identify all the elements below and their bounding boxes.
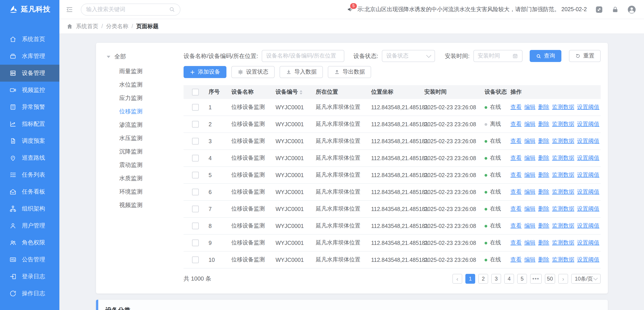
op-link-1[interactable]: 编辑 (524, 137, 536, 145)
page-button-5[interactable]: 5 (517, 274, 527, 284)
last-page-button[interactable]: 50 (545, 274, 555, 284)
op-link-2[interactable]: 删除 (538, 239, 549, 247)
op-link-4[interactable]: 设置阈值 (577, 154, 599, 162)
op-link-0[interactable]: 查看 (510, 222, 522, 230)
op-link-4[interactable]: 设置阈值 (577, 104, 599, 111)
add-device-button[interactable]: 添加设备 (184, 66, 226, 78)
tree-node-9[interactable]: 环境监测 (107, 185, 177, 198)
sidebar-item-10[interactable]: 组织架构 (0, 200, 60, 217)
op-link-3[interactable]: 监测数据 (552, 171, 574, 179)
query-button[interactable]: 查询 (530, 50, 562, 62)
op-link-4[interactable]: 设置阈值 (577, 239, 599, 247)
op-link-4[interactable]: 设置阈值 (577, 188, 599, 196)
search-icon[interactable] (169, 6, 175, 12)
sidebar-item-11[interactable]: 用户管理 (0, 217, 60, 234)
global-search-input[interactable]: 输入搜索关键词 (81, 3, 180, 15)
op-link-2[interactable]: 删除 (538, 104, 549, 111)
op-link-3[interactable]: 监测数据 (552, 239, 574, 247)
page-size-select[interactable]: 10条/页 (571, 274, 601, 284)
op-link-0[interactable]: 查看 (510, 121, 522, 128)
tree-node-6[interactable]: 沉降监测 (107, 145, 177, 158)
row-checkbox[interactable] (192, 206, 199, 212)
op-link-1[interactable]: 编辑 (524, 256, 536, 264)
op-link-3[interactable]: 监测数据 (552, 188, 574, 196)
op-link-3[interactable]: 监测数据 (552, 154, 574, 162)
op-link-2[interactable]: 删除 (538, 205, 549, 213)
op-link-2[interactable]: 删除 (538, 154, 549, 162)
tree-node-8[interactable]: 水质监测 (107, 172, 177, 185)
set-status-button[interactable]: 设置状态 (231, 66, 275, 78)
tree-node-2[interactable]: 应力监测 (107, 91, 177, 105)
op-link-4[interactable]: 设置阈值 (577, 256, 599, 264)
op-link-3[interactable]: 监测数据 (552, 137, 574, 145)
op-link-1[interactable]: 编辑 (524, 154, 536, 162)
sidebar-item-5[interactable]: 指标配置 (0, 116, 60, 133)
home-icon[interactable] (66, 23, 73, 29)
op-link-2[interactable]: 删除 (538, 188, 549, 196)
breadcrumb-item-category[interactable]: 分类名称 (106, 22, 128, 30)
tree-node-4[interactable]: 渗流监测 (107, 118, 177, 132)
tree-node-0[interactable]: 雨量监测 (107, 65, 177, 78)
op-link-4[interactable]: 设置阈值 (577, 137, 599, 145)
sidebar-item-6[interactable]: 调度预案 (0, 133, 60, 150)
sidebar-item-14[interactable]: 登录日志 (0, 268, 60, 285)
more-pages-button[interactable]: ••• (530, 274, 542, 284)
op-link-4[interactable]: 设置阈值 (577, 171, 599, 179)
page-button-2[interactable]: 2 (478, 274, 488, 284)
avatar[interactable] (627, 5, 636, 14)
prev-page-button[interactable]: ‹ (452, 274, 462, 284)
op-link-1[interactable]: 编辑 (524, 222, 536, 230)
row-checkbox[interactable] (192, 104, 199, 111)
op-link-3[interactable]: 监测数据 (552, 121, 574, 128)
op-link-4[interactable]: 设置阈值 (577, 222, 599, 230)
op-link-0[interactable]: 查看 (510, 205, 522, 213)
op-link-1[interactable]: 编辑 (524, 171, 536, 179)
row-checkbox[interactable] (192, 121, 199, 128)
breadcrumb-item-home[interactable]: 系统首页 (76, 22, 98, 30)
notification-speaker-icon[interactable]: 5 (347, 6, 354, 13)
tree-node-7[interactable]: 震动监测 (107, 158, 177, 172)
row-checkbox[interactable] (192, 155, 199, 161)
export-data-button[interactable]: 导出数据 (328, 66, 371, 78)
op-link-3[interactable]: 监测数据 (552, 222, 574, 230)
row-checkbox[interactable] (192, 240, 199, 246)
sidebar-item-13[interactable]: 公告管理 (0, 251, 60, 268)
menu-fold-icon[interactable] (66, 5, 73, 13)
sort-icon[interactable] (300, 90, 302, 94)
op-link-0[interactable]: 查看 (510, 171, 522, 179)
row-checkbox[interactable] (192, 189, 199, 195)
tree-node-1[interactable]: 水位监测 (107, 78, 177, 91)
op-link-4[interactable]: 设置阈值 (577, 205, 599, 213)
sidebar-item-4[interactable]: 异常预警 (0, 99, 60, 116)
tree-node-10[interactable]: 视频监测 (107, 198, 177, 212)
row-checkbox[interactable] (192, 257, 199, 263)
op-link-2[interactable]: 删除 (538, 137, 549, 145)
header-code[interactable]: 设备编号 (276, 88, 316, 96)
sidebar-item-9[interactable]: 任务看板 (0, 183, 60, 200)
op-link-2[interactable]: 删除 (538, 121, 549, 128)
op-link-3[interactable]: 监测数据 (552, 104, 574, 111)
install-time-input[interactable]: 安装时间 (473, 50, 522, 62)
page-button-3[interactable]: 3 (491, 274, 501, 284)
sidebar-item-0[interactable]: 系统首页 (0, 31, 60, 48)
op-link-4[interactable]: 设置阈值 (577, 121, 599, 128)
tree-node-3[interactable]: 位移监测 (107, 105, 177, 118)
sidebar-item-3[interactable]: 视频监控 (0, 82, 60, 99)
op-link-0[interactable]: 查看 (510, 154, 522, 162)
page-button-4[interactable]: 4 (504, 274, 514, 284)
sidebar-item-12[interactable]: 角色权限 (0, 234, 60, 251)
op-link-3[interactable]: 监测数据 (552, 205, 574, 213)
sidebar-item-2[interactable]: 设备管理 (0, 65, 60, 82)
op-link-1[interactable]: 编辑 (524, 239, 536, 247)
sidebar-item-7[interactable]: 巡查路线 (0, 150, 60, 166)
op-link-3[interactable]: 监测数据 (552, 256, 574, 264)
op-link-2[interactable]: 删除 (538, 222, 549, 230)
op-link-0[interactable]: 查看 (510, 137, 522, 145)
op-link-0[interactable]: 查看 (510, 239, 522, 247)
op-link-1[interactable]: 编辑 (524, 205, 536, 213)
tree-node-5[interactable]: 水压监测 (107, 132, 177, 145)
row-checkbox[interactable] (192, 223, 199, 229)
select-all-checkbox[interactable] (192, 89, 199, 95)
sidebar-item-15[interactable]: 操作日志 (0, 285, 60, 302)
op-link-1[interactable]: 编辑 (524, 188, 536, 196)
